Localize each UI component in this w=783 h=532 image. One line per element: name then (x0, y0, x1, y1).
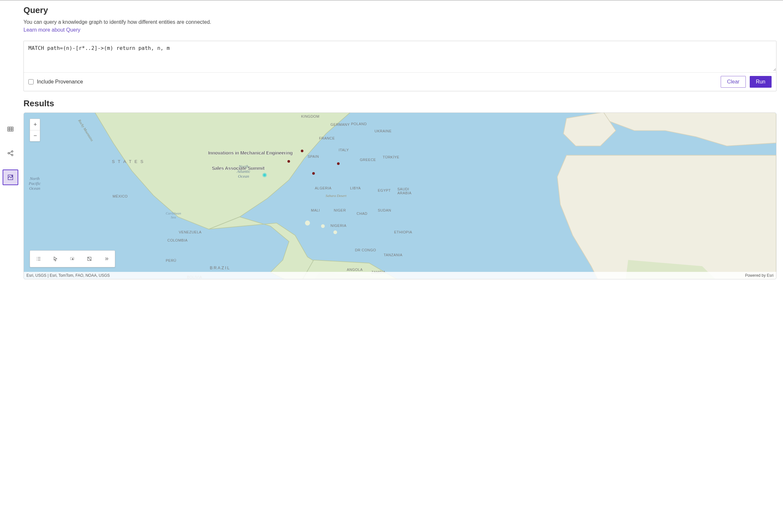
more-icon (103, 256, 109, 262)
zoom-out-button[interactable]: − (30, 130, 40, 141)
map-tool-more[interactable] (98, 251, 115, 267)
map-icon (7, 174, 14, 181)
svg-point-14 (321, 224, 324, 228)
map-tool-select-poly[interactable] (81, 251, 98, 267)
map-toolbar (30, 251, 115, 267)
pointer-icon (53, 256, 58, 262)
select-rectangle-icon (69, 256, 75, 262)
svg-rect-0 (8, 127, 13, 131)
page-title: Query (24, 5, 723, 15)
attribution-bar: Esri, USGS | Esri, TomTom, FAO, NOAA, US… (24, 272, 776, 279)
attribution-left: Esri, USGS | Esri, TomTom, FAO, NOAA, US… (26, 273, 110, 278)
select-polygon-icon (87, 256, 92, 262)
svg-point-5 (8, 153, 9, 154)
page-subtitle: You can query a knowledge graph to ident… (24, 19, 723, 25)
side-rail (0, 1, 21, 532)
zoom-in-button[interactable]: + (30, 119, 40, 130)
clear-button[interactable]: Clear (721, 76, 746, 88)
side-rail-graph[interactable] (3, 145, 18, 161)
svg-point-6 (11, 151, 13, 152)
svg-point-11 (11, 175, 12, 176)
svg-point-13 (305, 221, 310, 226)
map-frame[interactable]: NorthPacificOcean NorthAtlanticOcean Car… (24, 112, 777, 279)
include-provenance-label: Include Provenance (37, 79, 83, 85)
svg-point-7 (11, 154, 13, 156)
svg-line-8 (9, 152, 11, 153)
feature-point-highlight[interactable] (263, 174, 266, 176)
graph-icon (7, 149, 14, 157)
map-tool-select-rect[interactable] (64, 251, 81, 267)
legend-icon (36, 256, 41, 262)
feature-point[interactable] (287, 160, 290, 163)
include-provenance-input[interactable] (28, 79, 34, 85)
zoom-control: + − (30, 119, 40, 141)
feature-point[interactable] (312, 172, 315, 175)
feature-point[interactable] (337, 162, 340, 165)
feature-point[interactable] (301, 149, 304, 152)
table-icon (7, 126, 14, 133)
include-provenance-checkbox[interactable]: Include Provenance (28, 79, 83, 85)
map-tool-legend[interactable] (30, 251, 47, 267)
query-box: Include Provenance Clear Run (24, 41, 777, 91)
attribution-right: Powered by Esri (745, 273, 774, 278)
map-tool-pointer[interactable] (47, 251, 64, 267)
svg-point-15 (334, 230, 337, 234)
learn-more-link[interactable]: Learn more about Query (24, 27, 80, 33)
run-button[interactable]: Run (750, 76, 772, 88)
basemap (24, 113, 776, 279)
side-rail-map[interactable] (3, 169, 18, 185)
side-rail-table[interactable] (3, 121, 18, 137)
svg-line-9 (9, 154, 11, 155)
query-textarea[interactable] (24, 41, 776, 71)
results-title: Results (24, 98, 777, 108)
